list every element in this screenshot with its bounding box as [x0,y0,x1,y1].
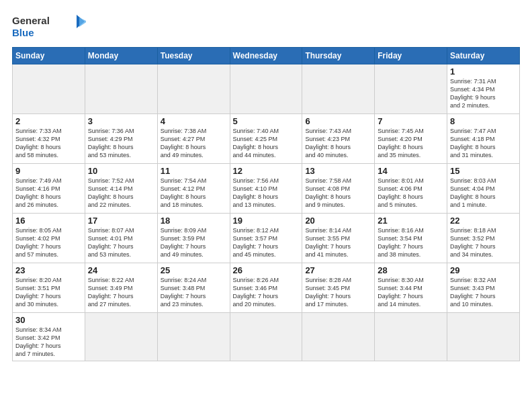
calendar-cell: 2Sunrise: 7:33 AM Sunset: 4:32 PM Daylig… [13,114,85,164]
day-number: 16 [15,216,82,226]
day-number: 27 [305,265,371,275]
week-row-0: 1Sunrise: 7:31 AM Sunset: 4:34 PM Daylig… [13,64,520,114]
day-number: 22 [450,216,517,226]
day-number: 1 [450,66,517,77]
day-info: Sunrise: 8:32 AM Sunset: 3:43 PM Dayligh… [450,276,517,309]
calendar-cell: 27Sunrise: 8:28 AM Sunset: 3:45 PM Dayli… [302,263,375,313]
calendar-cell: 9Sunrise: 7:49 AM Sunset: 4:16 PM Daylig… [13,164,85,214]
calendar-cell: 21Sunrise: 8:16 AM Sunset: 3:54 PM Dayli… [375,214,447,263]
day-number: 6 [305,116,371,126]
calendar-cell: 18Sunrise: 8:09 AM Sunset: 3:59 PM Dayli… [157,214,230,263]
day-info: Sunrise: 8:14 AM Sunset: 3:55 PM Dayligh… [305,226,371,259]
weekday-header-row: SundayMondayTuesdayWednesdayThursdayFrid… [13,48,520,64]
weekday-header-tuesday: Tuesday [157,48,230,64]
calendar-cell [13,64,85,114]
day-info: Sunrise: 7:40 AM Sunset: 4:25 PM Dayligh… [233,127,300,160]
svg-text:Blue: Blue [12,27,34,38]
calendar-cell [375,313,447,361]
calendar-cell [447,313,520,361]
calendar-cell: 7Sunrise: 7:45 AM Sunset: 4:20 PM Daylig… [375,114,447,164]
day-info: Sunrise: 8:09 AM Sunset: 3:59 PM Dayligh… [161,226,227,259]
calendar-cell [230,313,302,361]
day-info: Sunrise: 7:31 AM Sunset: 4:34 PM Dayligh… [450,77,517,110]
day-number: 19 [233,216,300,226]
day-info: Sunrise: 7:38 AM Sunset: 4:27 PM Dayligh… [161,127,227,160]
day-number: 23 [15,265,82,275]
calendar-cell: 24Sunrise: 8:22 AM Sunset: 3:49 PM Dayli… [85,263,157,313]
calendar-cell: 30Sunrise: 8:34 AM Sunset: 3:42 PM Dayli… [13,313,85,361]
day-number: 24 [88,265,154,275]
day-info: Sunrise: 8:16 AM Sunset: 3:54 PM Dayligh… [378,226,444,259]
day-number: 18 [161,216,227,226]
calendar-cell: 13Sunrise: 7:58 AM Sunset: 4:08 PM Dayli… [302,164,375,214]
calendar-cell [302,313,375,361]
day-number: 3 [88,116,154,126]
day-number: 28 [378,265,444,275]
day-info: Sunrise: 8:05 AM Sunset: 4:02 PM Dayligh… [15,226,82,259]
weekday-header-wednesday: Wednesday [230,48,302,64]
day-info: Sunrise: 7:43 AM Sunset: 4:23 PM Dayligh… [305,127,371,160]
calendar-cell: 20Sunrise: 8:14 AM Sunset: 3:55 PM Dayli… [302,214,375,263]
calendar-cell: 4Sunrise: 7:38 AM Sunset: 4:27 PM Daylig… [157,114,230,164]
calendar-cell: 5Sunrise: 7:40 AM Sunset: 4:25 PM Daylig… [230,114,302,164]
calendar-cell [85,64,157,114]
calendar-cell: 14Sunrise: 8:01 AM Sunset: 4:06 PM Dayli… [375,164,447,214]
day-info: Sunrise: 7:56 AM Sunset: 4:10 PM Dayligh… [233,177,300,210]
day-info: Sunrise: 8:26 AM Sunset: 3:46 PM Dayligh… [233,276,300,309]
day-number: 7 [378,116,444,126]
day-info: Sunrise: 8:24 AM Sunset: 3:48 PM Dayligh… [161,276,227,309]
week-row-2: 9Sunrise: 7:49 AM Sunset: 4:16 PM Daylig… [13,164,520,214]
day-number: 26 [233,265,300,275]
day-info: Sunrise: 7:33 AM Sunset: 4:32 PM Dayligh… [15,127,82,160]
day-info: Sunrise: 7:45 AM Sunset: 4:20 PM Dayligh… [378,127,444,160]
day-number: 20 [305,216,371,226]
day-info: Sunrise: 8:18 AM Sunset: 3:52 PM Dayligh… [450,226,517,259]
day-info: Sunrise: 8:28 AM Sunset: 3:45 PM Dayligh… [305,276,371,309]
day-info: Sunrise: 8:07 AM Sunset: 4:01 PM Dayligh… [88,226,154,259]
logo-svg: General Blue [12,12,86,40]
calendar-cell [375,64,447,114]
calendar-cell [302,64,375,114]
day-number: 14 [378,166,444,176]
week-row-3: 16Sunrise: 8:05 AM Sunset: 4:02 PM Dayli… [13,214,520,263]
calendar-cell: 16Sunrise: 8:05 AM Sunset: 4:02 PM Dayli… [13,214,85,263]
day-info: Sunrise: 8:20 AM Sunset: 3:51 PM Dayligh… [15,276,82,309]
day-info: Sunrise: 8:30 AM Sunset: 3:44 PM Dayligh… [378,276,444,309]
weekday-header-thursday: Thursday [302,48,375,64]
calendar-cell: 29Sunrise: 8:32 AM Sunset: 3:43 PM Dayli… [447,263,520,313]
day-info: Sunrise: 7:58 AM Sunset: 4:08 PM Dayligh… [305,177,371,210]
day-number: 5 [233,116,300,126]
day-info: Sunrise: 8:01 AM Sunset: 4:06 PM Dayligh… [378,177,444,210]
day-number: 12 [233,166,300,176]
day-number: 8 [450,116,517,126]
calendar: SundayMondayTuesdayWednesdayThursdayFrid… [12,47,520,361]
calendar-cell: 25Sunrise: 8:24 AM Sunset: 3:48 PM Dayli… [157,263,230,313]
day-info: Sunrise: 7:52 AM Sunset: 4:14 PM Dayligh… [88,177,154,210]
header: General Blue [12,12,520,40]
calendar-cell: 23Sunrise: 8:20 AM Sunset: 3:51 PM Dayli… [13,263,85,313]
day-info: Sunrise: 8:34 AM Sunset: 3:42 PM Dayligh… [15,326,82,359]
calendar-cell: 8Sunrise: 7:47 AM Sunset: 4:18 PM Daylig… [447,114,520,164]
week-row-4: 23Sunrise: 8:20 AM Sunset: 3:51 PM Dayli… [13,263,520,313]
week-row-1: 2Sunrise: 7:33 AM Sunset: 4:32 PM Daylig… [13,114,520,164]
day-info: Sunrise: 7:47 AM Sunset: 4:18 PM Dayligh… [450,127,517,160]
calendar-cell [85,313,157,361]
day-number: 2 [15,116,82,126]
svg-text:General: General [12,15,50,26]
weekday-header-saturday: Saturday [447,48,520,64]
calendar-cell [157,64,230,114]
calendar-cell: 26Sunrise: 8:26 AM Sunset: 3:46 PM Dayli… [230,263,302,313]
calendar-cell [157,313,230,361]
weekday-header-sunday: Sunday [13,48,85,64]
calendar-cell: 17Sunrise: 8:07 AM Sunset: 4:01 PM Dayli… [85,214,157,263]
calendar-cell: 19Sunrise: 8:12 AM Sunset: 3:57 PM Dayli… [230,214,302,263]
day-number: 17 [88,216,154,226]
calendar-cell: 12Sunrise: 7:56 AM Sunset: 4:10 PM Dayli… [230,164,302,214]
day-number: 9 [15,166,82,176]
week-row-5: 30Sunrise: 8:34 AM Sunset: 3:42 PM Dayli… [13,313,520,361]
day-info: Sunrise: 8:03 AM Sunset: 4:04 PM Dayligh… [450,177,517,210]
calendar-cell: 11Sunrise: 7:54 AM Sunset: 4:12 PM Dayli… [157,164,230,214]
day-number: 11 [161,166,227,176]
day-number: 29 [450,265,517,275]
day-number: 25 [161,265,227,275]
